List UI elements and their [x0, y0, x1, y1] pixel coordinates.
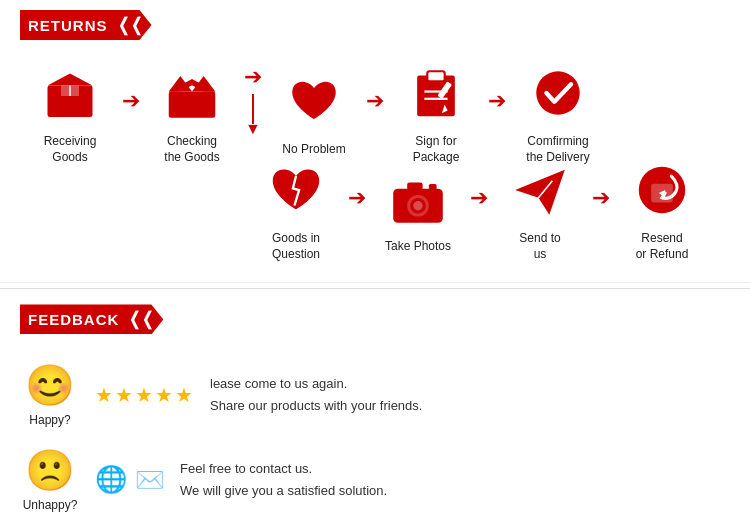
goods-question-icon: [261, 155, 331, 225]
take-photos-label: Take Photos: [385, 239, 451, 255]
sign-package-icon: [401, 58, 471, 128]
bottom-flow-row: Goods inQuestion ➔ Take Photos: [246, 155, 730, 262]
receiving-goods-icon: [35, 58, 105, 128]
svg-marker-21: [515, 170, 565, 215]
happy-smiley: 😊: [25, 362, 75, 409]
star-rating: ★★★★★: [95, 383, 195, 407]
happy-sub-label: Happy?: [29, 413, 70, 427]
feedback-chevrons: ❬❬: [127, 308, 153, 330]
arrow-3: ➔: [366, 88, 384, 136]
svg-rect-9: [427, 71, 444, 81]
svg-point-14: [536, 71, 580, 115]
confirming-delivery-icon: [523, 58, 593, 128]
svg-rect-19: [407, 182, 423, 190]
unhappy-feedback-text: Feel free to contact us. We will give yo…: [180, 458, 387, 502]
returns-label-text: RETURNS: [28, 17, 108, 34]
feedback-item-happy: 😊 Happy? ★★★★★ lease come to us again. S…: [20, 362, 730, 427]
resend-refund-label: Resendor Refund: [636, 231, 689, 262]
goods-question-label: Goods inQuestion: [272, 231, 320, 262]
arrow-4: ➔: [488, 88, 506, 136]
feedback-items-list: 😊 Happy? ★★★★★ lease come to us again. S…: [20, 362, 730, 512]
no-problem-icon: [279, 66, 349, 136]
returns-chevrons: ❬❬: [116, 14, 142, 36]
happy-feedback-text: lease come to us again. Share our produc…: [210, 373, 422, 417]
returns-label: RETURNS ❬❬: [20, 10, 152, 40]
arrow-6: ➔: [470, 185, 488, 233]
flow-item-receiving-goods: ReceivingGoods: [20, 58, 120, 165]
take-photos-icon: [383, 163, 453, 233]
receiving-goods-label: ReceivingGoods: [44, 134, 97, 165]
fork-right-arrow-row: ➔: [242, 64, 264, 90]
feedback-label: FEEDBACK ❬❬: [20, 304, 163, 334]
arrow-5: ➔: [348, 185, 366, 233]
svg-rect-4: [169, 91, 216, 117]
feedback-item-unhappy: 🙁 Unhappy? 🌐 ✉️ Feel free to contact us.…: [20, 447, 730, 512]
happy-icon-col: 😊 Happy?: [20, 362, 80, 427]
flow-item-confirming-delivery: Comfirmingthe Delivery: [508, 58, 608, 165]
svg-marker-1: [48, 74, 93, 86]
svg-point-18: [413, 201, 422, 210]
checking-goods-icon: [157, 58, 227, 128]
fork-arrows: ➔ ▼: [242, 64, 264, 159]
happy-text-line2: Share our products with your friends.: [210, 395, 422, 417]
send-to-us-icon: [505, 155, 575, 225]
fork-right-arrow: ➔: [244, 64, 262, 90]
flow-item-checking-goods: Checkingthe Goods: [142, 58, 242, 165]
flow-item-resend-refund: Resendor Refund: [612, 155, 712, 262]
flow-item-send-to-us: Send tous: [490, 155, 590, 262]
returns-section: RETURNS ❬❬ ReceivingGoods ➔: [0, 0, 750, 283]
unhappy-icon-col: 🙁 Unhappy?: [20, 447, 80, 512]
checking-goods-label: Checkingthe Goods: [164, 134, 219, 165]
feedback-label-text: FEEDBACK: [28, 311, 119, 328]
flow-item-goods-question: Goods inQuestion: [246, 155, 346, 262]
flow-item-take-photos: Take Photos: [368, 163, 468, 255]
send-to-us-label: Send tous: [519, 231, 560, 262]
fork-down-arrow: ▼: [245, 121, 261, 137]
unhappy-extras: 🌐 ✉️: [95, 464, 165, 495]
sign-package-label: Sign forPackage: [413, 134, 460, 165]
svg-rect-20: [429, 184, 437, 189]
email-icon: ✉️: [135, 466, 165, 494]
resend-refund-icon: [627, 155, 697, 225]
unhappy-smiley: 🙁: [25, 447, 75, 494]
globe-icon: 🌐: [95, 464, 127, 495]
top-flow-row: ReceivingGoods ➔ Checkingthe Goods ➔: [20, 58, 730, 165]
unhappy-text-line1: Feel free to contact us.: [180, 458, 387, 480]
unhappy-text-line2: We will give you a satisfied solution.: [180, 480, 387, 502]
arrow-1: ➔: [122, 88, 140, 136]
flow-item-no-problem: No Problem: [264, 66, 364, 158]
section-divider: [0, 288, 750, 289]
unhappy-sub-label: Unhappy?: [23, 498, 78, 512]
happy-text-line1: lease come to us again.: [210, 373, 422, 395]
happy-extras: ★★★★★: [95, 383, 195, 407]
arrow-7: ➔: [592, 185, 610, 233]
flow-item-sign-package: Sign forPackage: [386, 58, 486, 165]
feedback-section: FEEDBACK ❬❬ 😊 Happy? ★★★★★ lease come to…: [0, 294, 750, 528]
